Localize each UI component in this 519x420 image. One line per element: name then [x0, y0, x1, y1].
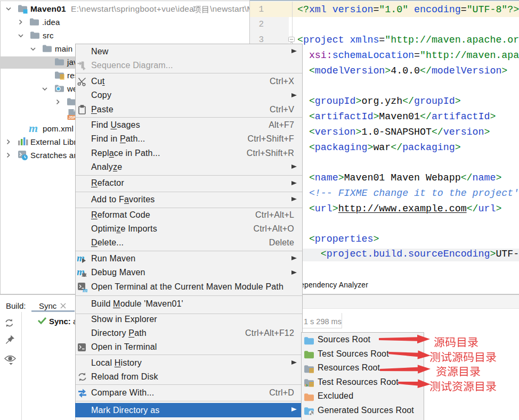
svg-text:m: m	[29, 121, 38, 135]
svg-text:m: m	[83, 286, 87, 292]
